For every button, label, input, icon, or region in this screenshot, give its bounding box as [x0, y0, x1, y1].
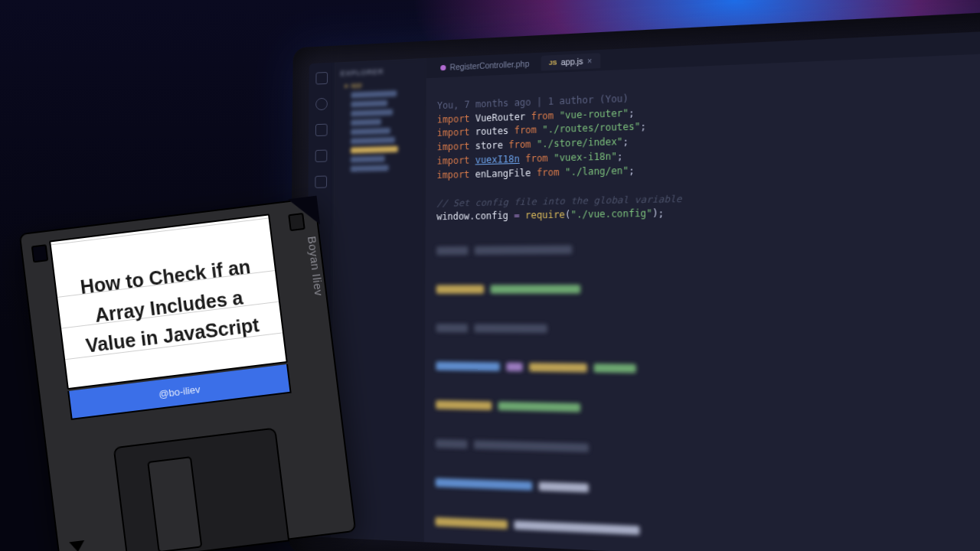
tab-label: RegisterController.php [450, 59, 530, 71]
explorer-file [351, 119, 381, 126]
floppy-disk: How to Check if an Array Includes a Valu… [19, 197, 357, 551]
floppy-label: How to Check if an Array Includes a Valu… [49, 214, 288, 390]
explorer-file [351, 146, 398, 154]
extensions-icon [315, 176, 327, 188]
laptop: EXPLORER ▸ app RegisterController.php [289, 8, 980, 551]
floppy-notch-left [31, 244, 49, 262]
php-icon [440, 64, 446, 70]
tab-app-js[interactable]: JS app.js × [541, 53, 600, 70]
explorer-file [351, 128, 390, 135]
explorer-file [351, 155, 385, 162]
code-area: You, 7 months ago | 1 author (You) impor… [424, 51, 980, 551]
close-icon[interactable]: × [587, 56, 592, 65]
laptop-bezel: EXPLORER ▸ app RegisterController.php [289, 8, 980, 551]
explorer-file [351, 165, 389, 171]
source-control-icon [315, 124, 328, 136]
tab-label: app.js [561, 57, 583, 67]
debug-icon [315, 150, 328, 162]
explorer-root-folder: ▸ app [345, 79, 420, 90]
explorer-file [351, 137, 395, 145]
floppy-arrow-icon [69, 540, 86, 551]
js-icon: JS [549, 59, 557, 67]
files-icon [315, 72, 328, 85]
floppy-notch-right [288, 213, 305, 231]
search-icon [315, 98, 328, 111]
floppy-handle: @bo-iliev [158, 383, 201, 400]
explorer-file [351, 100, 387, 108]
floppy-shutter [113, 427, 290, 551]
floppy-title: How to Check if an Array Includes a Valu… [67, 250, 271, 362]
explorer-file [351, 90, 397, 98]
explorer-header: EXPLORER [341, 66, 420, 77]
floppy-shutter-slot [147, 456, 202, 551]
editor-screen: EXPLORER ▸ app RegisterController.php [305, 29, 980, 551]
tab-register-controller[interactable]: RegisterController.php [433, 56, 537, 76]
code-editor: RegisterController.php JS app.js × You, … [424, 29, 980, 551]
explorer-file [351, 109, 393, 116]
blurred-code [435, 216, 980, 551]
